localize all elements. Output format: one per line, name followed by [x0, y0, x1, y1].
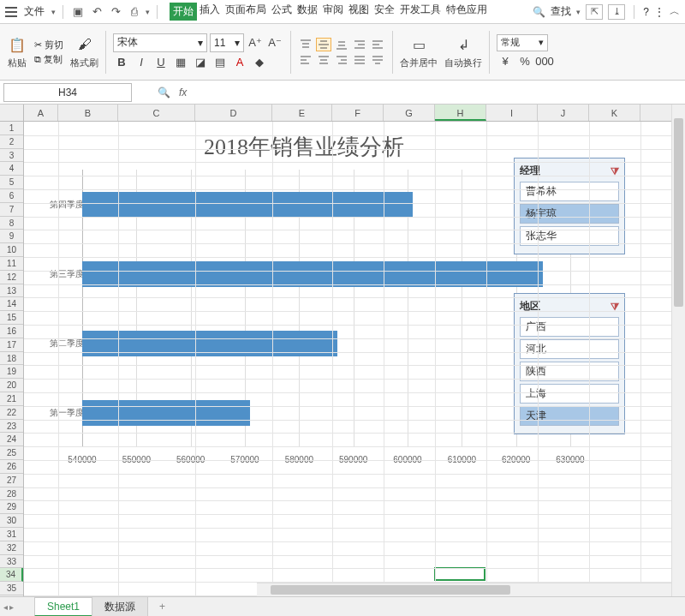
horizontal-scrollbar[interactable]: [257, 583, 671, 596]
row-header[interactable]: 32: [0, 541, 23, 555]
format-painter-group[interactable]: 🖌 格式刷: [70, 34, 98, 69]
decrease-indent-button[interactable]: [352, 38, 367, 51]
column-header[interactable]: G: [384, 105, 435, 121]
column-header[interactable]: I: [486, 105, 538, 121]
tab-review[interactable]: 审阅: [320, 3, 346, 21]
row-header[interactable]: 8: [0, 217, 23, 230]
row-header[interactable]: 31: [0, 528, 23, 541]
paste-group[interactable]: 📋 粘贴: [7, 34, 27, 69]
row-header[interactable]: 24: [0, 433, 23, 446]
merge-center-group[interactable]: ▭ 合并居中: [400, 34, 438, 69]
row-header[interactable]: 3: [0, 149, 23, 163]
vertical-scrollbar[interactable]: [671, 105, 685, 596]
row-header[interactable]: 12: [0, 271, 23, 284]
wrap-text-group[interactable]: ↲ 自动换行: [444, 34, 482, 69]
increase-font-icon[interactable]: A⁺: [247, 34, 264, 51]
comma-button[interactable]: 000: [536, 53, 553, 70]
row-header[interactable]: 14: [0, 297, 23, 311]
tab-insert[interactable]: 插入: [197, 3, 223, 21]
align-center-button[interactable]: [316, 53, 331, 67]
tab-developer[interactable]: 开发工具: [397, 3, 444, 21]
row-header[interactable]: 15: [0, 311, 23, 325]
tab-page-layout[interactable]: 页面布局: [223, 3, 269, 21]
row-header[interactable]: 9: [0, 230, 23, 243]
tab-formula[interactable]: 公式: [269, 3, 295, 21]
row-header[interactable]: 17: [0, 338, 23, 352]
slicer-item[interactable]: 天津: [520, 406, 619, 426]
scrollbar-thumb[interactable]: [271, 585, 510, 595]
share-icon[interactable]: ⇱: [586, 4, 603, 20]
scrollbar-thumb[interactable]: [674, 118, 683, 307]
copy-label[interactable]: 复制: [44, 53, 63, 66]
export-icon[interactable]: ⤓: [608, 4, 625, 20]
help-icon[interactable]: ?: [643, 6, 649, 18]
slicer-item[interactable]: 杨宇琼: [520, 204, 619, 224]
column-header[interactable]: E: [272, 105, 332, 121]
highlight-button[interactable]: ◆: [251, 54, 268, 71]
row-header[interactable]: 7: [0, 203, 23, 217]
row-header[interactable]: 21: [0, 392, 23, 406]
increase-indent-button[interactable]: [370, 38, 385, 51]
file-menu[interactable]: 文件: [21, 4, 48, 19]
sheet-tab-2[interactable]: 数据源: [92, 596, 148, 616]
bold-button[interactable]: B: [113, 54, 130, 71]
row-header[interactable]: 29: [0, 500, 23, 514]
column-header[interactable]: K: [589, 105, 640, 121]
print-icon[interactable]: ⎙: [127, 4, 142, 20]
copy-icon[interactable]: ⧉: [34, 54, 41, 65]
row-header[interactable]: 10: [0, 243, 23, 257]
zoom-icon[interactable]: 🔍: [158, 87, 170, 99]
redo-icon[interactable]: ↷: [108, 4, 123, 20]
column-header[interactable]: D: [195, 105, 272, 121]
justify-button[interactable]: [352, 53, 367, 67]
cell-style-button[interactable]: ▤: [211, 54, 229, 71]
row-header[interactable]: 1: [0, 122, 23, 135]
row-header[interactable]: 26: [0, 460, 23, 474]
align-middle-button[interactable]: [316, 38, 331, 51]
slicer-item[interactable]: 上海: [520, 384, 619, 404]
row-header[interactable]: 30: [0, 514, 23, 528]
row-header[interactable]: 19: [0, 365, 23, 379]
slicer-item[interactable]: 广西: [520, 317, 619, 337]
row-header[interactable]: 35: [0, 582, 23, 595]
row-header[interactable]: 11: [0, 257, 23, 271]
row-header[interactable]: 2: [0, 135, 23, 149]
name-box[interactable]: H34: [3, 83, 132, 102]
italic-button[interactable]: I: [133, 54, 150, 71]
row-header[interactable]: 27: [0, 474, 23, 487]
undo-icon[interactable]: ↶: [89, 4, 104, 20]
font-size-select[interactable]: 11▾: [210, 33, 244, 52]
find-dropdown-icon[interactable]: ▾: [576, 8, 581, 16]
border-button[interactable]: ▦: [172, 54, 189, 71]
search-icon[interactable]: 🔍: [533, 6, 545, 18]
file-dropdown-icon[interactable]: ▾: [51, 8, 56, 16]
percent-button[interactable]: %: [516, 53, 533, 70]
save-icon[interactable]: ▣: [70, 4, 86, 20]
row-header[interactable]: 22: [0, 406, 23, 420]
bar[interactable]: [82, 261, 543, 287]
number-format-select[interactable]: 常规▾: [497, 34, 548, 51]
column-header[interactable]: B: [58, 105, 118, 121]
qat-dropdown-icon[interactable]: ▾: [146, 8, 150, 16]
align-top-button[interactable]: [298, 38, 313, 51]
row-header[interactable]: 5: [0, 176, 23, 189]
font-color-button[interactable]: A: [231, 54, 248, 71]
active-cell[interactable]: [434, 567, 485, 581]
tab-home[interactable]: 开始: [170, 3, 197, 21]
cut-label[interactable]: 剪切: [45, 39, 63, 51]
row-header[interactable]: 20: [0, 379, 23, 392]
fx-icon[interactable]: fx: [179, 87, 187, 99]
align-left-button[interactable]: [298, 53, 313, 67]
font-name-select[interactable]: 宋体▾: [113, 33, 207, 52]
row-header[interactable]: 28: [0, 487, 23, 501]
column-header[interactable]: J: [538, 105, 589, 121]
column-header[interactable]: H: [435, 105, 486, 121]
find-button[interactable]: 查找: [551, 4, 571, 19]
column-header[interactable]: C: [118, 105, 195, 121]
formula-input[interactable]: [195, 83, 685, 102]
row-header[interactable]: 18: [0, 352, 23, 366]
underline-button[interactable]: U: [152, 54, 170, 71]
more-icon[interactable]: ⋮: [654, 6, 664, 18]
column-header[interactable]: A: [24, 105, 58, 121]
sheet-tab-1[interactable]: Sheet1: [34, 597, 92, 617]
